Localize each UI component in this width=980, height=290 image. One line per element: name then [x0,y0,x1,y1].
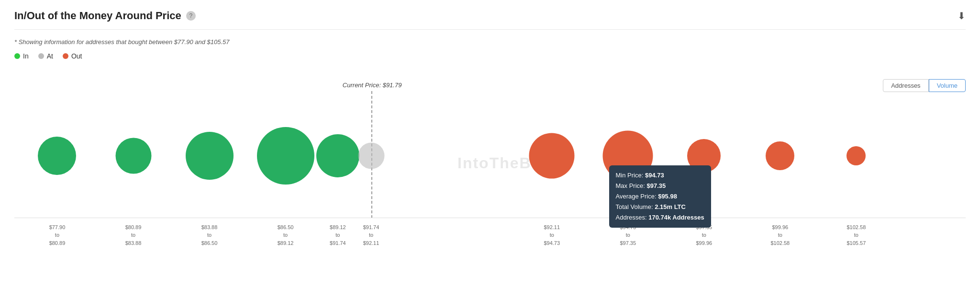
x-label-l6: $91.74to$92.11 [363,223,379,247]
bubble-b10 [766,141,794,170]
chart-area: Addresses Volume IntoTheBlock Current Pr… [14,79,966,247]
bubble-b4 [257,127,314,185]
tooltip-avg-price: Average Price: $95.98 [616,191,704,202]
page-container: In/Out of the Money Around Price ? ⬇ * S… [0,0,980,290]
tooltip-avg-value: $95.98 [658,193,677,200]
tooltip-vol-value: 2.15m LTC [655,203,686,210]
bubble-b3 [186,132,234,180]
bubble-chart: IntoTheBlock Current Price: $91.79 $77.9… [14,79,966,247]
tooltip-max-price: Max Price: $97.35 [616,181,704,191]
legend-at-dot [38,53,44,59]
legend-at: At [38,52,53,60]
current-price-label: Current Price: $91.79 [343,81,402,89]
legend-in-dot [14,53,20,59]
download-icon[interactable]: ⬇ [958,10,966,22]
bubble-b2 [115,138,151,174]
bubble-b1 [38,137,76,175]
bubble-b5 [316,134,359,177]
tooltip-addresses: Addresses: 170.74k Addresses [616,212,704,223]
page-title: In/Out of the Money Around Price [14,10,181,22]
x-label-l2: $80.89to$83.88 [125,223,142,247]
tooltip-max-value: $97.35 [647,182,666,189]
legend-in: In [14,52,29,60]
x-label-l10: $99.96to$102.58 [770,223,790,247]
tooltip-min-value: $94.73 [645,172,664,179]
x-label-l11: $102.58to$105.57 [846,223,866,247]
bubble-b7 [529,133,575,179]
tooltip-max-label: Max Price: [616,182,645,189]
x-label-l3: $83.88to$86.50 [201,223,218,247]
tooltip: Min Price: $94.73 Max Price: $97.35 Aver… [609,165,711,228]
tooltip-vol-label: Total Volume: [616,203,653,210]
legend-at-label: At [47,52,53,60]
tooltip-min-price: Min Price: $94.73 [616,170,704,181]
tooltip-addr-label: Addresses: [616,214,647,221]
tooltip-min-label: Min Price: [616,172,644,179]
bubble-b11 [846,146,866,165]
x-label-l4: $86.50to$89.12 [278,223,294,247]
legend-out: Out [63,52,82,60]
help-icon[interactable]: ? [186,11,196,21]
subtitle-text: * Showing information for addresses that… [14,38,966,46]
tooltip-avg-label: Average Price: [616,193,657,200]
legend: In At Out [14,52,966,60]
tooltip-total-vol: Total Volume: 2.15m LTC [616,202,704,212]
x-label-l1: $77.90to$80.89 [49,223,66,247]
page-header: In/Out of the Money Around Price ? ⬇ [14,10,966,30]
bubble-b6 [358,143,384,169]
legend-in-label: In [23,52,29,60]
legend-out-label: Out [71,52,82,60]
tooltip-addr-value: 170.74k Addresses [648,214,704,221]
axis-line [14,218,966,218]
x-label-l7: $92.11to$94.73 [544,223,560,247]
header-left: In/Out of the Money Around Price ? [14,10,196,22]
x-label-l5: $89.12to$91.74 [330,223,346,247]
legend-out-dot [63,53,68,59]
